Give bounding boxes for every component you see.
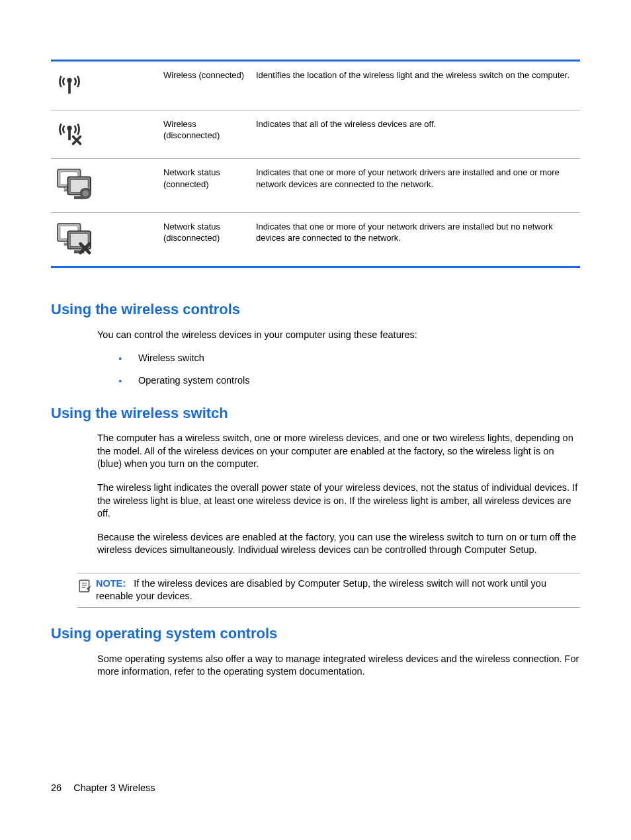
page-number: 26: [51, 782, 62, 793]
intro-text: You can control the wireless devices in …: [97, 329, 580, 342]
heading-wireless-switch: Using the wireless switch: [51, 403, 580, 423]
note-icon: [77, 579, 92, 593]
list-item: Operating system controls: [118, 374, 580, 388]
note-body: If the wireless devices are disabled by …: [96, 578, 546, 602]
svg-rect-22: [79, 580, 89, 592]
table-row: Network status (disconnected) Indicates …: [51, 212, 580, 267]
note-text: NOTE: If the wireless devices are disabl…: [96, 577, 580, 603]
page-footer: 26 Chapter 3 Wireless: [51, 782, 155, 795]
row-desc: Indicates that one or more of your netwo…: [256, 167, 580, 204]
svg-rect-1: [68, 81, 71, 93]
paragraph: The computer has a wireless switch, one …: [97, 432, 580, 471]
row-label: Wireless (connected): [163, 69, 256, 102]
list-item: Wireless switch: [118, 352, 580, 365]
svg-point-13: [83, 190, 89, 197]
paragraph: Because the wireless devices are enabled…: [97, 531, 580, 557]
table-row: Network status (connected) Indicates tha…: [51, 158, 580, 212]
wireless-connected-icon: [55, 69, 84, 99]
network-connected-icon: [55, 167, 93, 201]
wireless-disconnected-icon: [55, 118, 84, 147]
chapter-label: Chapter 3 Wireless: [73, 782, 155, 793]
paragraph: Some operating systems also offer a way …: [97, 653, 580, 679]
row-label: Wireless (disconnected): [163, 118, 256, 151]
network-disconnected-icon: [55, 221, 93, 255]
heading-os-controls: Using operating system controls: [51, 624, 580, 644]
note-block: NOTE: If the wireless devices are disabl…: [77, 573, 580, 608]
row-desc: Identifies the location of the wireless …: [256, 69, 580, 102]
table-row: Wireless (disconnected) Indicates that a…: [51, 110, 580, 159]
icon-table: Wireless (connected) Identifies the loca…: [51, 60, 580, 268]
svg-rect-3: [68, 129, 71, 140]
table-row: Wireless (connected) Identifies the loca…: [51, 62, 580, 110]
paragraph: The wireless light indicates the overall…: [97, 482, 580, 521]
bullet-list: Wireless switch Operating system control…: [97, 352, 580, 387]
row-label: Network status (disconnected): [163, 221, 256, 259]
heading-wireless-controls: Using the wireless controls: [51, 300, 580, 319]
row-label: Network status (connected): [163, 167, 256, 204]
row-desc: Indicates that all of the wireless devic…: [256, 118, 580, 151]
row-desc: Indicates that one or more of your netwo…: [256, 221, 580, 259]
note-label: NOTE:: [96, 578, 126, 589]
